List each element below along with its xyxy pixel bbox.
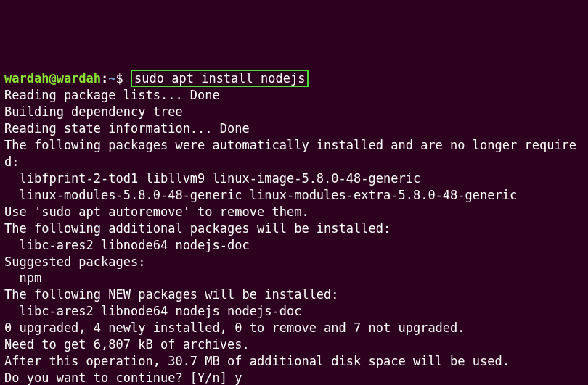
prompt-user-host: wardah@wardah	[4, 71, 101, 86]
output-line: Suggested packages:	[4, 254, 584, 270]
output-line: The following NEW packages will be insta…	[4, 286, 584, 303]
prompt-line: wardah@wardah:~$ sudo apt install nodejs	[4, 70, 584, 87]
output-line: Reading package lists... Done	[4, 87, 584, 104]
prompt-dollar: $	[116, 71, 131, 86]
output-line: libc-ares2 libnode64 nodejs nodejs-doc	[4, 303, 584, 320]
prompt-path: ~	[108, 71, 115, 86]
output-line: libc-ares2 libnode64 nodejs-doc	[4, 237, 584, 254]
command-highlight: sudo apt install nodejs	[131, 70, 309, 87]
output-line: After this operation, 30.7 MB of additio…	[4, 353, 584, 370]
output-line: npm	[4, 270, 584, 286]
output-line: The following packages were automaticall…	[4, 137, 584, 170]
prompt-colon: :	[101, 71, 108, 86]
output-line: libfprint-2-tod1 libllvm9 linux-image-5.…	[4, 170, 584, 187]
output-line: Do you want to continue? [Y/n] y	[4, 370, 584, 385]
output-line: Use 'sudo apt autoremove' to remove them…	[4, 204, 584, 220]
terminal[interactable]: wardah@wardah:~$ sudo apt install nodejs…	[4, 70, 584, 385]
output-line: The following additional packages will b…	[4, 220, 584, 237]
output-line: Building dependency tree	[4, 104, 584, 120]
output-line: Reading state information... Done	[4, 120, 584, 137]
output-line: 0 upgraded, 4 newly installed, 0 to remo…	[4, 320, 584, 336]
output-line: Need to get 6,807 kB of archives.	[4, 336, 584, 353]
output-line: linux-modules-5.8.0-48-generic linux-mod…	[4, 187, 584, 204]
